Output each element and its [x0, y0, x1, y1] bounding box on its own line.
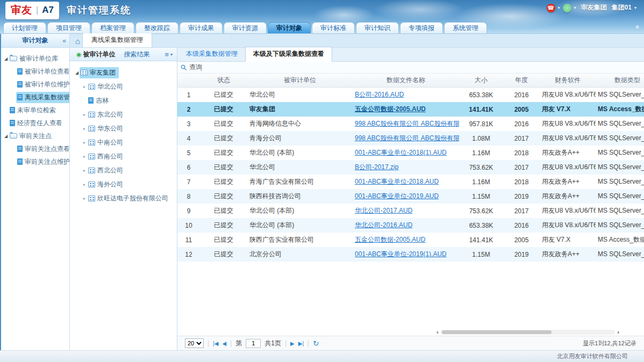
unit-tree-item-1[interactable]: ▸华北公司	[72, 79, 175, 93]
caret-expanded-icon[interactable]: ◢	[3, 56, 9, 61]
nav-tab-6[interactable]: 审计对象	[268, 22, 311, 33]
unit-tree-item-6[interactable]: ▸西南公司	[72, 149, 175, 163]
column-header-size[interactable]: 大小	[459, 74, 503, 87]
horizontal-scrollbar[interactable]: ‹ ›	[437, 328, 619, 336]
home-icon[interactable]: ⌂	[75, 37, 80, 46]
column-header-status[interactable]: 状态	[200, 74, 247, 87]
nav-tab-2[interactable]: 档案管理	[91, 22, 134, 33]
next-page-button[interactable]: ▶	[290, 341, 295, 346]
unit-tree-item-7[interactable]: ▸西北公司	[72, 163, 175, 177]
sidebar-item-5[interactable]: 经济责任人查看	[1, 117, 69, 129]
table-row[interactable]: 11已提交陕西广告实业有限公司五金公司数据-2005.AUD141.41K200…	[177, 233, 644, 247]
column-header-year[interactable]: 年度	[503, 74, 540, 87]
file-link[interactable]: 五金公司数据-2005.AUD	[355, 105, 426, 113]
table-row[interactable]: 3已提交青海网络信息中心998 ABC股份有限公司 ABC股份有限公司957.8…	[177, 117, 644, 131]
scroll-left-icon[interactable]: ‹	[437, 329, 439, 335]
caret-collapsed-icon[interactable]: ▸	[82, 112, 87, 117]
file-link[interactable]: 001-ABC事业单位-2019.AUD	[355, 192, 439, 200]
file-link[interactable]: 001-ABC事业单位-2019(1).AUD	[355, 250, 447, 258]
column-header-software[interactable]: 财务软件	[540, 74, 596, 87]
caret-collapsed-icon[interactable]: ▸	[82, 154, 87, 159]
nav-tab-8[interactable]: 审计知识	[356, 22, 399, 33]
sidebar-item-2[interactable]: 被审计单位维护	[1, 78, 69, 91]
nav-tab-10[interactable]: 系统管理	[444, 22, 487, 33]
file-link[interactable]: B公司-2016.AUD	[355, 91, 404, 98]
user-avatar-icon[interactable]: ☆	[563, 4, 571, 12]
last-page-button[interactable]: ▶|	[298, 341, 304, 346]
file-link[interactable]: 华北公司-2016.AUD	[355, 221, 412, 229]
nav-tab-0[interactable]: 计划管理	[3, 22, 46, 33]
table-row[interactable]: 2已提交审友集团五金公司数据-2005.AUD141.41K2005用友 V7.…	[177, 102, 644, 117]
sidebar-item-1[interactable]: 被审计单位查看	[1, 65, 69, 78]
column-header-unit[interactable]: 被审计单位	[247, 74, 353, 87]
caret-collapsed-icon[interactable]: ▸	[82, 168, 87, 173]
caret-collapsed-icon[interactable]: ▸	[82, 84, 87, 89]
tab-search-results[interactable]: 搜索结果	[120, 48, 154, 61]
nav-tab-9[interactable]: 专项填报	[400, 22, 443, 33]
sidebar-item-8[interactable]: 审前关注点维护	[1, 155, 69, 168]
query-button[interactable]: 查询	[189, 63, 202, 72]
unit-tree-item-0[interactable]: ◢审友集团	[72, 66, 175, 79]
column-header-type[interactable]: 数据类型	[596, 74, 644, 87]
prev-page-button[interactable]: ◀	[222, 341, 226, 346]
file-link[interactable]: 001-ABC事业单位-2018(1).AUD	[355, 149, 447, 156]
column-header-file[interactable]: 数据文件名称	[353, 74, 459, 87]
scroll-right-icon[interactable]: ›	[617, 329, 619, 335]
sidebar-item-3[interactable]: 离线采集数据管理	[1, 91, 69, 104]
scrollbar-thumb[interactable]	[442, 330, 552, 334]
sidebar-collapse-icon[interactable]: «	[62, 37, 66, 45]
table-row[interactable]: 9已提交华北公司 (本部)华北公司-2017.AUD753.62K2017用友U…	[177, 204, 644, 218]
main-tab-1[interactable]: 本级及下级采集数据查看	[245, 47, 332, 62]
table-row[interactable]: 12已提交北京分公司001-ABC事业单位-2019(1).AUD1.15M20…	[177, 247, 644, 262]
table-row[interactable]: 10已提交华北公司 (本部)华北公司-2016.AUD653.38K2016用友…	[177, 218, 644, 233]
table-row[interactable]: 4已提交青海分公司998 ABC股份有限公司 ABC股份有限公司1.08M201…	[177, 131, 644, 146]
unit-tree-item-8[interactable]: ▸海外公司	[72, 177, 175, 191]
nav-tab-3[interactable]: 整改跟踪	[135, 22, 178, 33]
notification-dropdown-icon[interactable]: ▾	[558, 5, 560, 10]
unit-tree-item-3[interactable]: ▸东北公司	[72, 107, 175, 121]
column-header-num[interactable]	[177, 74, 200, 87]
file-link[interactable]: B公司-2017.zip	[355, 163, 398, 171]
file-link[interactable]: 998 ABC股份有限公司 ABC股份有限公司	[355, 120, 459, 127]
sidebar-item-0[interactable]: ◢被审计单位库	[1, 52, 69, 65]
caret-expanded-icon[interactable]: ◢	[3, 134, 9, 139]
avatar-dropdown-icon[interactable]: ▾	[574, 5, 576, 10]
breadcrumb-tab[interactable]: 离线采集数据管理	[82, 33, 152, 47]
table-row[interactable]: 5已提交华北公司 (本部)001-ABC事业单位-2018(1).AUD1.16…	[177, 146, 644, 160]
file-link[interactable]: 华北公司-2017.AUD	[355, 207, 412, 214]
page-size-select[interactable]: 20	[185, 338, 204, 348]
table-row[interactable]: 7已提交青海广告实业有限公司001-ABC事业单位-2018.AUD1.16M2…	[177, 175, 644, 189]
table-row[interactable]: 6已提交华北公司B公司-2017.zip753.62K2017用友U8 V8.x…	[177, 160, 644, 175]
caret-expanded-icon[interactable]: ◢	[74, 70, 80, 75]
nav-collapse-icon[interactable]: »	[633, 25, 641, 29]
table-row[interactable]: 8已提交陕西科技咨询公司001-ABC事业单位-2019.AUD1.15M201…	[177, 189, 644, 204]
unit-tree-item-5[interactable]: ▸中南公司	[72, 135, 175, 149]
caret-collapsed-icon[interactable]: ▸	[82, 196, 87, 201]
table-row[interactable]: 1已提交华北公司B公司-2016.AUD653.38K2016用友U8 V8.x…	[177, 88, 644, 102]
sidebar-item-4[interactable]: 未审单位检索	[1, 104, 69, 117]
main-tab-0[interactable]: 本级采集数据管理	[178, 47, 245, 61]
sidebar-item-7[interactable]: 审前关注点查看	[1, 142, 69, 155]
notification-icon[interactable]: ☎	[547, 4, 555, 12]
tab-audited-units[interactable]: ◉ 被审计单位	[72, 48, 120, 61]
caret-collapsed-icon[interactable]: ▸	[82, 182, 87, 187]
nav-tab-5[interactable]: 审计资源	[224, 22, 267, 33]
nav-tab-7[interactable]: 审计标准	[312, 22, 355, 33]
scrollbar-track[interactable]	[441, 330, 616, 335]
page-input[interactable]	[246, 339, 261, 348]
unit-tree-item-9[interactable]: ▸欣旺达电子股份有限公司	[72, 191, 175, 205]
nav-tab-1[interactable]: 项目管理	[47, 22, 90, 33]
sidebar-item-6[interactable]: ◢审前关注点	[1, 129, 69, 142]
file-link[interactable]: 001-ABC事业单位-2018.AUD	[355, 178, 439, 185]
unit-tree-item-2[interactable]: 吉林	[72, 93, 175, 107]
file-link[interactable]: 998 ABC股份有限公司 ABC股份有限公司	[355, 134, 459, 142]
user-dropdown-icon[interactable]: ▾	[634, 5, 636, 10]
refresh-icon[interactable]: ↻	[313, 339, 319, 347]
menu-icon[interactable]: ≡	[164, 50, 169, 59]
first-page-button[interactable]: |◀	[213, 341, 218, 346]
unit-tree-item-4[interactable]: ▸华东公司	[72, 121, 175, 135]
file-link[interactable]: 五金公司数据-2005.AUD	[355, 236, 425, 243]
chevron-down-icon[interactable]: ▾	[170, 52, 173, 57]
caret-collapsed-icon[interactable]: ▸	[82, 126, 87, 131]
caret-collapsed-icon[interactable]: ▸	[82, 140, 87, 145]
